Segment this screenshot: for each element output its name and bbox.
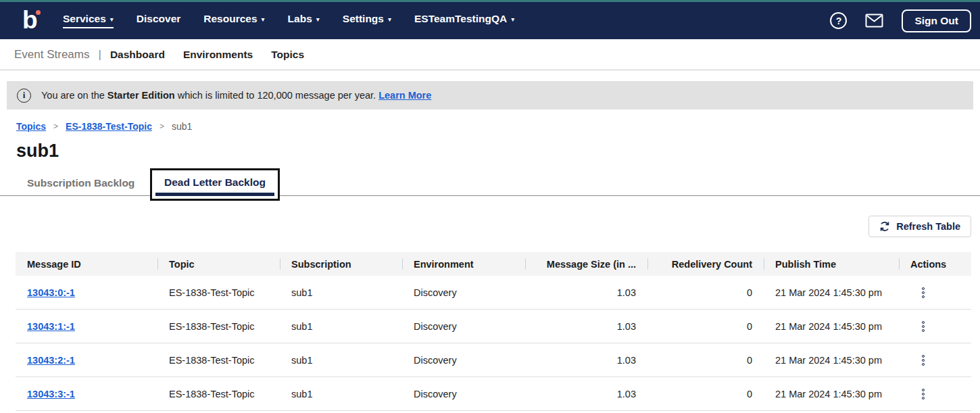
- edition-info-banner: i You are on the Starter Edition which i…: [7, 81, 973, 110]
- subnav-item-topics[interactable]: Topics: [271, 49, 304, 61]
- redelivery-count-cell: 0: [647, 389, 764, 399]
- row-actions-menu-button[interactable]: [919, 386, 927, 402]
- redelivery-count-cell: 0: [647, 321, 764, 332]
- col-header-message-size: Message Size (in ...: [525, 252, 647, 276]
- dead-letter-backlog-table: Message ID Topic Subscription Environmen…: [16, 252, 971, 411]
- top-navbar: b Services▾ Discover Resources▾ Labs▾ Se…: [0, 2, 980, 39]
- product-name: Event Streams: [14, 48, 90, 62]
- help-icon[interactable]: ?: [830, 12, 847, 29]
- tab-dead-letter-backlog[interactable]: Dead Letter Backlog: [150, 168, 280, 201]
- topbar-right-actions: ? Sign Out: [830, 9, 971, 32]
- row-actions-menu-button[interactable]: [919, 352, 927, 368]
- learn-more-link[interactable]: Learn More: [378, 90, 431, 101]
- breadcrumb-separator-icon: >: [160, 122, 164, 131]
- tab-strip: Subscription Backlog Dead Letter Backlog: [0, 168, 980, 202]
- breadcrumb-separator-icon: >: [53, 122, 58, 131]
- subscription-cell: sub1: [280, 389, 402, 399]
- col-header-publish-time: Publish Time: [764, 252, 899, 276]
- subnav-item-environments[interactable]: Environments: [183, 49, 253, 61]
- topic-cell: ES-1838-Test-Topic: [157, 321, 280, 332]
- subnav-items: Dashboard Environments Topics: [110, 49, 304, 61]
- table-toolbar: Refresh Table: [0, 216, 971, 237]
- refresh-table-button[interactable]: Refresh Table: [868, 216, 971, 237]
- chevron-down-icon: ▾: [511, 16, 514, 23]
- brand-logo-letter: b: [22, 6, 38, 34]
- col-header-redelivery-count: Redelivery Count: [647, 252, 764, 276]
- mail-icon[interactable]: [865, 14, 883, 28]
- message-id-link[interactable]: 13043:1:-1: [27, 321, 75, 332]
- secondary-navbar: Event Streams | Dashboard Environments T…: [0, 39, 980, 70]
- active-tab-indicator: [155, 193, 274, 196]
- row-actions-menu-button[interactable]: [919, 318, 927, 335]
- col-header-environment: Environment: [402, 252, 525, 276]
- message-id-link[interactable]: 13043:3:-1: [27, 389, 75, 399]
- kebab-icon: [922, 321, 925, 324]
- subnav-separator: |: [99, 48, 101, 62]
- sign-out-button[interactable]: Sign Out: [902, 9, 971, 32]
- environment-cell: Discovery: [402, 287, 525, 298]
- chevron-down-icon: ▾: [262, 16, 265, 23]
- col-header-message-id: Message ID: [16, 252, 157, 276]
- top-nav-items: Services▾ Discover Resources▾ Labs▾ Sett…: [63, 13, 514, 28]
- col-header-topic: Topic: [157, 252, 280, 276]
- table-row: 13043:2:-1 ES-1838-Test-Topic sub1 Disco…: [16, 343, 971, 377]
- nav-item-discover[interactable]: Discover: [137, 13, 180, 28]
- redelivery-count-cell: 0: [647, 355, 764, 366]
- environment-cell: Discovery: [402, 389, 525, 399]
- nav-item-tenant-menu[interactable]: ESTeamTestingQA▾: [414, 13, 514, 28]
- refresh-icon: [879, 221, 890, 232]
- message-id-link[interactable]: 13043:0:-1: [27, 287, 75, 298]
- message-size-cell: 1.03: [525, 355, 647, 366]
- table-row: 13043:0:-1 ES-1838-Test-Topic sub1 Disco…: [16, 276, 971, 310]
- nav-item-resources[interactable]: Resources▾: [203, 13, 264, 28]
- message-size-cell: 1.03: [525, 287, 647, 298]
- chevron-down-icon: ▾: [316, 16, 320, 23]
- kebab-icon: [922, 389, 925, 391]
- page-title: sub1: [16, 140, 980, 162]
- kebab-icon: [922, 287, 925, 290]
- breadcrumb-topics-link[interactable]: Topics: [16, 121, 46, 132]
- publish-time-cell: 21 Mar 2024 1:45:30 pm: [764, 321, 899, 332]
- col-header-actions: Actions: [899, 252, 971, 276]
- message-id-link[interactable]: 13043:2:-1: [27, 355, 75, 366]
- redelivery-count-cell: 0: [647, 287, 764, 298]
- nav-item-services[interactable]: Services▾: [63, 13, 114, 28]
- nav-item-settings[interactable]: Settings▾: [343, 13, 391, 28]
- chevron-down-icon: ▾: [388, 16, 391, 23]
- table-header-row: Message ID Topic Subscription Environmen…: [16, 252, 971, 276]
- environment-cell: Discovery: [402, 355, 525, 366]
- table-row: 13043:3:-1 ES-1838-Test-Topic sub1 Disco…: [16, 377, 971, 411]
- topic-cell: ES-1838-Test-Topic: [157, 389, 280, 399]
- tab-subscription-backlog[interactable]: Subscription Backlog: [27, 177, 134, 189]
- breadcrumb-topic-link[interactable]: ES-1838-Test-Topic: [66, 121, 152, 132]
- publish-time-cell: 21 Mar 2024 1:45:30 pm: [764, 355, 899, 366]
- topic-cell: ES-1838-Test-Topic: [157, 355, 280, 366]
- message-size-cell: 1.03: [525, 389, 647, 399]
- subnav-item-dashboard[interactable]: Dashboard: [110, 49, 165, 61]
- subscription-cell: sub1: [280, 287, 402, 298]
- col-header-subscription: Subscription: [280, 252, 402, 276]
- publish-time-cell: 21 Mar 2024 1:45:30 pm: [764, 287, 899, 298]
- brand-logo-dot-icon: [36, 10, 41, 15]
- chevron-down-icon: ▾: [110, 16, 114, 23]
- breadcrumb: Topics > ES-1838-Test-Topic > sub1: [16, 121, 980, 132]
- kebab-icon: [922, 355, 925, 358]
- tab-divider-line: [0, 195, 980, 196]
- nav-item-labs[interactable]: Labs▾: [288, 13, 320, 28]
- topic-cell: ES-1838-Test-Topic: [157, 287, 280, 298]
- info-icon: i: [17, 89, 31, 103]
- breadcrumb-current: sub1: [172, 121, 192, 132]
- table-row: 13043:1:-1 ES-1838-Test-Topic sub1 Disco…: [16, 310, 971, 343]
- publish-time-cell: 21 Mar 2024 1:45:30 pm: [764, 389, 899, 399]
- subscription-cell: sub1: [280, 355, 402, 366]
- subscription-cell: sub1: [280, 321, 402, 332]
- row-actions-menu-button[interactable]: [919, 285, 927, 301]
- environment-cell: Discovery: [402, 321, 525, 332]
- message-size-cell: 1.03: [525, 321, 647, 332]
- edition-info-text: You are on the Starter Edition which is …: [41, 90, 431, 101]
- brand-logo[interactable]: b: [22, 7, 43, 34]
